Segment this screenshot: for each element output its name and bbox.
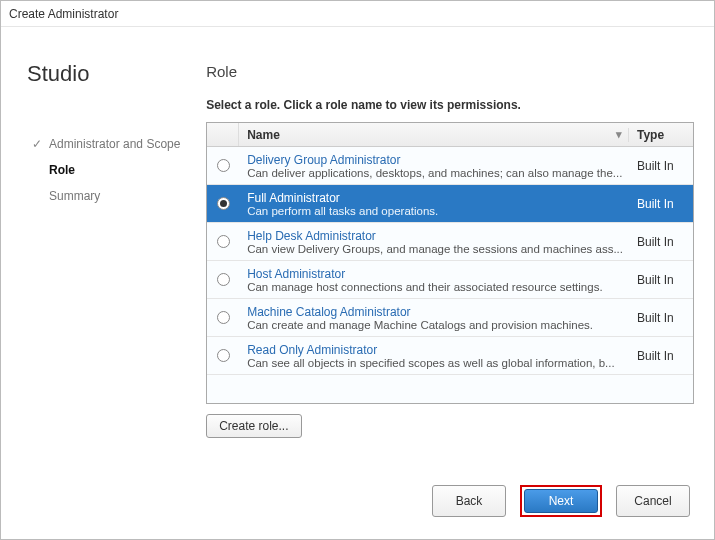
table-row[interactable]: Full AdministratorCan perform all tasks …	[207, 185, 693, 223]
table-row[interactable]: Host AdministratorCan manage host connec…	[207, 261, 693, 299]
brand: Studio	[27, 61, 182, 87]
role-name-cell: Host AdministratorCan manage host connec…	[239, 267, 629, 293]
role-type: Built In	[629, 273, 693, 287]
role-radio[interactable]	[207, 311, 239, 324]
window-title: Create Administrator	[1, 1, 714, 27]
content: Role Select a role. Click a role name to…	[192, 27, 714, 539]
wizard-window: Create Administrator Studio ✓Administrat…	[0, 0, 715, 540]
role-type: Built In	[629, 311, 693, 325]
below-table: Create role...	[206, 414, 694, 438]
role-title-link[interactable]: Host Administrator	[247, 267, 623, 281]
step-label: Summary	[49, 189, 100, 203]
create-role-button[interactable]: Create role...	[206, 414, 301, 438]
role-radio[interactable]	[207, 197, 239, 210]
table-header: Name ▾ Type	[207, 123, 693, 147]
role-type: Built In	[629, 197, 693, 211]
role-description: Can perform all tasks and operations.	[247, 205, 623, 217]
step-label: Administrator and Scope	[49, 137, 180, 151]
footer: Back Next Cancel	[206, 469, 694, 527]
table-row[interactable]: Delivery Group AdministratorCan deliver …	[207, 147, 693, 185]
sidebar: Studio ✓Administrator and ScopeRoleSumma…	[1, 27, 192, 539]
role-radio[interactable]	[207, 159, 239, 172]
table-row[interactable]: Help Desk AdministratorCan view Delivery…	[207, 223, 693, 261]
step-label: Role	[49, 163, 75, 177]
step-1[interactable]: Role	[27, 157, 182, 183]
role-title-link[interactable]: Full Administrator	[247, 191, 623, 205]
role-name-cell: Machine Catalog AdministratorCan create …	[239, 305, 629, 331]
role-radio[interactable]	[207, 235, 239, 248]
role-description: Can view Delivery Groups, and manage the…	[247, 243, 623, 255]
instruction: Select a role. Click a role name to view…	[206, 98, 694, 112]
step-0[interactable]: ✓Administrator and Scope	[27, 131, 182, 157]
sort-down-icon: ▾	[616, 128, 622, 141]
window-body: Studio ✓Administrator and ScopeRoleSumma…	[1, 27, 714, 539]
role-description: Can see all objects in specified scopes …	[247, 357, 623, 369]
radio-icon	[217, 311, 230, 324]
next-button[interactable]: Next	[524, 489, 598, 513]
role-name-cell: Full AdministratorCan perform all tasks …	[239, 191, 629, 217]
role-type: Built In	[629, 159, 693, 173]
radio-icon	[217, 197, 230, 210]
role-name-cell: Read Only AdministratorCan see all objec…	[239, 343, 629, 369]
check-icon: ✓	[31, 137, 43, 151]
roles-table: Name ▾ Type Delivery Group Administrator…	[206, 122, 694, 404]
radio-icon	[217, 159, 230, 172]
role-description: Can manage host connections and their as…	[247, 281, 623, 293]
role-name-cell: Delivery Group AdministratorCan deliver …	[239, 153, 629, 179]
role-title-link[interactable]: Delivery Group Administrator	[247, 153, 623, 167]
step-2[interactable]: Summary	[27, 183, 182, 209]
radio-icon	[217, 235, 230, 248]
role-type: Built In	[629, 349, 693, 363]
col-type-header[interactable]: Type	[629, 128, 693, 142]
cancel-button[interactable]: Cancel	[616, 485, 690, 517]
role-radio[interactable]	[207, 273, 239, 286]
role-name-cell: Help Desk AdministratorCan view Delivery…	[239, 229, 629, 255]
role-radio[interactable]	[207, 349, 239, 362]
table-row[interactable]: Read Only AdministratorCan see all objec…	[207, 337, 693, 375]
col-name-header[interactable]: Name ▾	[239, 128, 629, 142]
role-title-link[interactable]: Machine Catalog Administrator	[247, 305, 623, 319]
radio-icon	[217, 273, 230, 286]
back-button[interactable]: Back	[432, 485, 506, 517]
role-title-link[interactable]: Help Desk Administrator	[247, 229, 623, 243]
table-body: Delivery Group AdministratorCan deliver …	[207, 147, 693, 403]
radio-icon	[217, 349, 230, 362]
role-title-link[interactable]: Read Only Administrator	[247, 343, 623, 357]
col-name-label: Name	[247, 128, 280, 142]
table-row[interactable]: Machine Catalog AdministratorCan create …	[207, 299, 693, 337]
role-description: Can create and manage Machine Catalogs a…	[247, 319, 623, 331]
role-type: Built In	[629, 235, 693, 249]
col-radio-header	[207, 123, 239, 146]
role-description: Can deliver applications, desktops, and …	[247, 167, 623, 179]
next-highlight: Next	[520, 485, 602, 517]
page-heading: Role	[206, 63, 694, 80]
